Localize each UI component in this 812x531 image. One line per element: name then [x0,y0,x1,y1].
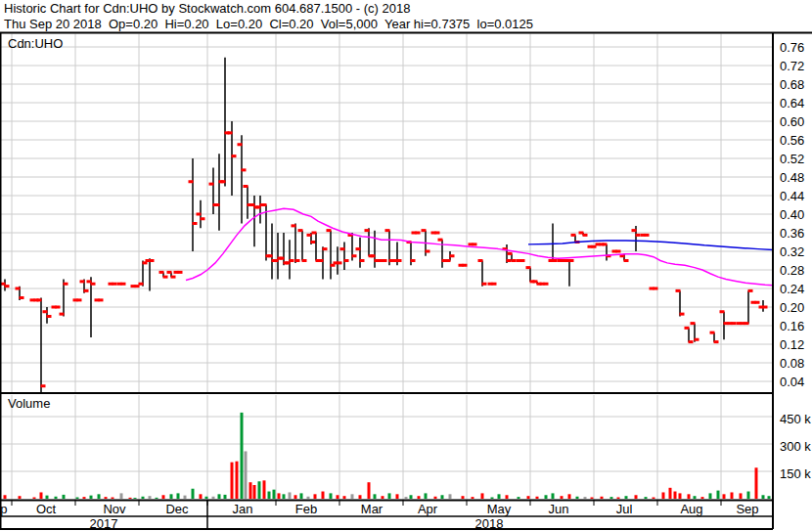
volume-bar [584,497,587,499]
close-tick [689,340,694,343]
close-tick [553,259,558,262]
close-tick [5,285,10,288]
open-tick [632,229,637,232]
volume-bar [506,495,509,499]
month-axis-label: Jun [549,502,569,516]
open-tick [356,247,361,250]
open-tick [571,234,576,237]
close-tick [178,271,183,274]
close-tick [763,306,768,309]
price-axis-label: 0.52 [780,152,804,166]
volume-bar [177,493,180,499]
volume-bar [653,498,655,499]
open-tick [603,243,608,245]
volume-axis-label: 300 k [780,439,811,454]
open-tick [422,229,427,232]
close-tick [352,254,357,257]
open-tick [244,185,248,188]
volume-bar [134,498,137,499]
price-axis-label: 0.36 [780,226,804,241]
month-axis-label: Sep [0,502,8,516]
volume-bar [527,496,530,499]
volume-bar [518,497,520,499]
open-tick [37,298,42,301]
volume-bar [418,496,421,499]
volume-bar [762,495,765,499]
volume-bar [491,498,494,499]
volume-bar [200,494,203,499]
open-tick [526,266,531,269]
close-tick [416,232,421,235]
open-tick [744,322,749,325]
volume-bar [253,485,256,499]
volume-bar [63,495,66,499]
price-axis-label: 0.60 [780,114,804,129]
volume-bar [142,497,145,499]
close-tick [435,232,440,235]
open-tick [365,229,370,232]
open-tick [298,229,303,232]
moving-average-slow [528,241,773,250]
close-tick [64,283,68,286]
volume-bar [601,497,604,499]
close-tick [583,234,588,237]
open-tick [312,232,317,235]
open-tick [446,259,451,262]
volume-bar [33,498,36,499]
price-axis-label: 0.64 [780,96,804,111]
volume-bar [374,494,377,499]
price-axis-label: 0.68 [780,77,804,92]
volume-bar [212,497,215,499]
volume-bar [747,492,750,499]
close-tick [463,264,468,267]
close-tick [397,259,402,262]
close-tick [193,222,198,225]
volume-bar [149,496,152,499]
close-tick [411,259,416,262]
volume-bar [462,496,465,499]
volume-bar [343,496,346,499]
volume-bar [170,494,173,499]
volume-bar [156,498,158,499]
volume-bar [617,498,620,499]
open-tick [43,310,48,313]
month-axis-label: Jul [616,502,633,516]
volume-bar [249,482,252,499]
price-axis-label: 0.24 [780,282,804,296]
close-tick [84,289,89,292]
volume-bar [610,497,613,499]
open-tick [268,254,273,257]
volume-bar [388,493,391,499]
close-tick [150,259,155,262]
close-tick [302,259,307,262]
volume-bar [278,493,281,499]
volume-bar [289,492,292,499]
volume-bar [717,491,720,499]
volume-bar [258,481,261,499]
volume-axis-label: 450 k [780,412,811,426]
open-tick [438,239,443,242]
close-tick [91,283,96,286]
month-axis-label: May [487,502,512,516]
volume-bar [129,498,132,499]
volume-bar [337,495,339,499]
volume-bar [283,494,286,499]
open-tick [139,283,144,286]
volume-bar [76,498,79,499]
volume-bar [90,496,93,499]
stockwatch-historic-chart: Historic Chart for Cdn:UHO by Stockwatch… [0,0,812,531]
volume-bar [410,495,413,499]
month-axis-label: Mar [361,502,383,516]
volume-bar [359,495,362,499]
open-tick [307,234,312,237]
close-tick [695,338,699,341]
close-tick [56,306,61,309]
volume-bar [545,495,548,499]
volume-bar [425,493,428,499]
close-tick [512,259,517,262]
volume-bar [55,497,58,499]
volume-bar [498,494,501,499]
month-axis-label: Nov [103,502,125,516]
close-tick [616,250,621,253]
volume-bar [263,480,266,499]
